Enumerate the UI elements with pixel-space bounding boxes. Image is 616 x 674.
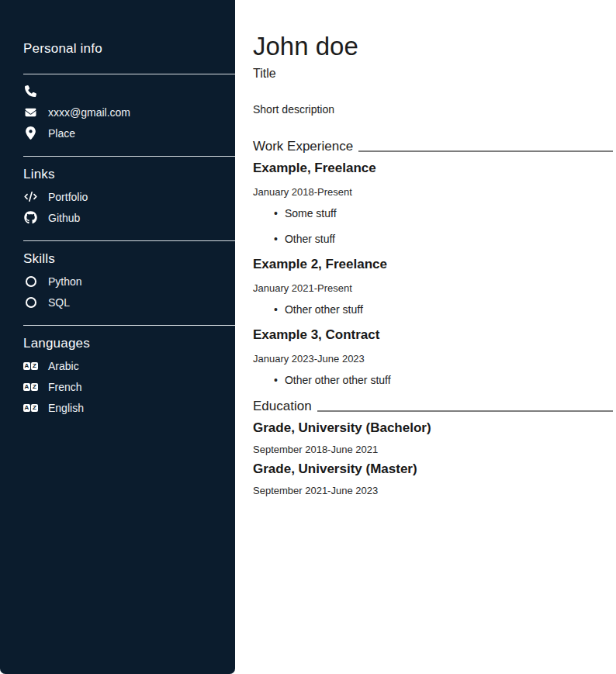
bullet-item: Other other other stuff [274, 374, 613, 387]
entry-bullets: Other other other stuff [253, 374, 613, 387]
section-rule [358, 150, 613, 152]
sidebar-section-links: Links Portfolio Github [0, 156, 235, 228]
entry-period: January 2023-June 2023 [253, 353, 613, 365]
language-label: Arabic [48, 360, 79, 372]
sidebar: Personal info xxxx@gmail.com Place [0, 0, 235, 674]
sidebar-divider [23, 156, 235, 157]
contact-item-email[interactable]: xxxx@gmail.com [0, 102, 235, 123]
personal-info-heading: Personal info [0, 41, 235, 57]
short-description: Short description [253, 103, 613, 116]
entry-period: September 2018-June 2021 [253, 444, 613, 455]
contact-label: xxxx@gmail.com [48, 106, 130, 119]
work-entry: Example 3, Contract January 2023-June 20… [253, 327, 613, 387]
sidebar-divider [23, 240, 235, 241]
language-icon: AZ [23, 404, 38, 412]
skill-item: SQL [0, 292, 235, 313]
circle-icon [23, 297, 38, 308]
link-item-portfolio[interactable]: Portfolio [0, 186, 235, 207]
language-item: AZ Arabic [0, 355, 235, 376]
language-item: AZ French [0, 376, 235, 397]
resume-main: John doe Title Short description Work Ex… [235, 0, 616, 674]
bullet-item: Some stuff [274, 207, 613, 220]
phone-icon [23, 85, 38, 97]
envelope-icon [23, 107, 38, 118]
links-heading: Links [0, 167, 235, 182]
circle-icon [23, 276, 38, 287]
entry-role: Example 2, Freelance [253, 257, 613, 272]
location-pin-icon [23, 126, 38, 140]
work-experience-heading: Work Experience [253, 139, 613, 154]
education-heading: Education [253, 399, 613, 414]
language-icon: AZ [23, 383, 38, 391]
contact-item-phone [0, 81, 235, 102]
person-title: Title [253, 66, 613, 81]
section-title: Work Experience [253, 139, 353, 154]
person-name: John doe [253, 33, 613, 60]
skills-heading: Skills [0, 251, 235, 267]
sidebar-section-skills: Skills Python SQL [0, 240, 235, 313]
education-entry: Grade, University (Master) September 202… [253, 461, 613, 496]
code-icon [23, 192, 38, 202]
bullet-item: Other stuff [274, 233, 613, 246]
section-title: Education [253, 399, 312, 414]
entry-role: Example, Freelance [253, 161, 613, 176]
language-item: AZ English [0, 397, 235, 418]
education-entry: Grade, University (Bachelor) September 2… [253, 420, 613, 455]
languages-heading: Languages [0, 336, 235, 351]
skill-item: Python [0, 271, 235, 292]
entry-role: Example 3, Contract [253, 327, 613, 343]
entry-period: January 2021-Present [253, 282, 613, 294]
sidebar-section-personal-info: Personal info xxxx@gmail.com Place [0, 41, 235, 143]
bullet-item: Other other stuff [274, 303, 613, 316]
language-label: English [48, 402, 84, 414]
entry-period: January 2018-Present [253, 186, 613, 198]
entry-degree: Grade, University (Master) [253, 461, 613, 477]
entry-period: September 2021-June 2023 [253, 485, 613, 496]
language-icon: AZ [23, 362, 38, 370]
entry-bullets: Some stuff Other stuff [253, 207, 613, 246]
skill-label: SQL [48, 296, 70, 309]
entry-bullets: Other other stuff [253, 303, 613, 316]
section-rule [317, 410, 613, 412]
link-item-github[interactable]: Github [0, 207, 235, 228]
contact-label: Place [48, 127, 75, 140]
entry-degree: Grade, University (Bachelor) [253, 420, 613, 436]
work-entry: Example, Freelance January 2018-Present … [253, 161, 613, 246]
language-label: French [48, 381, 82, 393]
work-entry: Example 2, Freelance January 2021-Presen… [253, 257, 613, 316]
contact-item-place: Place [0, 123, 235, 143]
link-label: Github [48, 212, 80, 224]
sidebar-divider [23, 325, 235, 326]
github-icon [23, 211, 38, 224]
sidebar-section-languages: Languages AZ Arabic AZ French AZ English [0, 325, 235, 418]
skill-label: Python [48, 275, 82, 288]
link-label: Portfolio [48, 191, 88, 203]
